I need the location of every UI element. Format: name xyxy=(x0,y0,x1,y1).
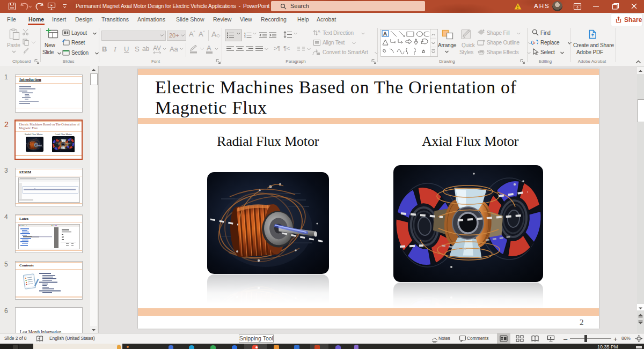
svg-text:A: A xyxy=(318,29,320,33)
svg-text:A: A xyxy=(384,31,387,36)
svg-text:b: b xyxy=(533,40,535,45)
svg-text:3: 3 xyxy=(244,36,246,38)
